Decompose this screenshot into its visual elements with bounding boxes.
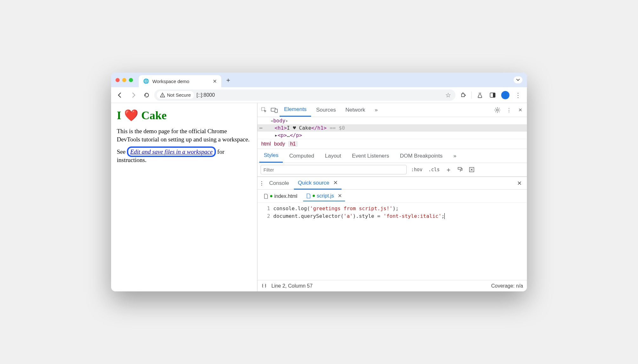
tab-quick-source[interactable]: Quick source ✕ (294, 177, 342, 190)
back-button[interactable] (114, 89, 126, 101)
code-content: console.log('greetings from script.js!')… (273, 203, 448, 280)
tab-event-listeners[interactable]: Event Listeners (348, 150, 394, 162)
devtools-tabbar: Elements Sources Network » ⋮ ✕ (257, 103, 527, 117)
cursor-position: Line 2, Column 57 (271, 283, 313, 289)
toolbar-icons: 👤 ⋮ (457, 89, 524, 101)
page-paragraph-2: See Edit and save files in a workspace f… (117, 148, 251, 164)
close-tab-icon[interactable]: ✕ (333, 180, 338, 186)
dom-node-selected[interactable]: <h1>I ♥ Cake</h1> == $0 (257, 124, 527, 132)
tab-label: Quick source (298, 180, 329, 186)
line-gutter: 12 (257, 203, 273, 280)
statusbar: Line 2, Column 57 Coverage: n/a (257, 280, 527, 291)
browser-tab[interactable]: 🌐 Workspace demo ✕ (139, 75, 221, 87)
dom-node[interactable]: ▸<p>…</p> (257, 132, 527, 139)
file-tab-script[interactable]: script.js ✕ (303, 191, 345, 201)
file-tab-index[interactable]: index.html (261, 192, 301, 201)
globe-icon: 🌐 (143, 78, 149, 84)
close-window-button[interactable] (116, 78, 120, 82)
close-tab-icon[interactable]: ✕ (213, 78, 217, 84)
svg-rect-3 (493, 93, 495, 97)
tab-network[interactable]: Network (341, 104, 369, 116)
tab-computed[interactable]: Computed (285, 150, 318, 162)
minimize-window-button[interactable] (122, 78, 126, 82)
coverage-status: Coverage: n/a (491, 283, 523, 289)
tutorial-link[interactable]: Edit and save files in a workspace (130, 148, 213, 155)
page-viewport: I ❤️ Cake This is the demo page for the … (111, 103, 257, 291)
styles-toolbar: :hov .cls ＋ (257, 163, 527, 177)
new-tab-button[interactable]: ＋ (224, 75, 233, 84)
divider (471, 92, 472, 99)
tab-search-button[interactable] (514, 76, 522, 83)
styles-tabbar: Styles Computed Layout Event Listeners D… (257, 149, 527, 163)
hov-toggle[interactable]: :hov (410, 167, 424, 172)
bookmark-star-icon[interactable]: ☆ (445, 91, 453, 99)
tab-dom-breakpoints[interactable]: DOM Breakpoints (395, 150, 447, 162)
close-file-icon[interactable]: ✕ (338, 193, 342, 199)
reload-button[interactable] (141, 89, 152, 101)
file-name: index.html (274, 193, 297, 199)
paint-icon[interactable] (456, 167, 464, 172)
gear-icon[interactable] (493, 105, 502, 115)
titlebar: 🌐 Workspace demo ✕ ＋ (111, 73, 527, 87)
crumb-body[interactable]: body (274, 141, 285, 147)
profile-avatar[interactable]: 👤 (500, 89, 511, 101)
content-area: I ❤️ Cake This is the demo page for the … (111, 103, 527, 291)
address-text: [::]:8000 (196, 92, 215, 98)
page-paragraph-1: This is the demo page for the official C… (117, 127, 251, 143)
device-toolbar-icon[interactable] (269, 105, 279, 115)
warning-icon (160, 93, 165, 98)
close-drawer-icon[interactable]: ✕ (514, 180, 525, 187)
svg-point-1 (162, 96, 163, 97)
drawer-menu-icon[interactable]: ⋮ (259, 180, 264, 186)
svg-rect-8 (458, 167, 461, 169)
crumb-h1[interactable]: h1 (288, 141, 298, 147)
tab-sources[interactable]: Sources (312, 104, 340, 116)
security-label: Not Secure (167, 92, 191, 98)
close-devtools-icon[interactable]: ✕ (515, 105, 525, 115)
drawer-tabbar: ⋮ Console Quick source ✕ ✕ (257, 177, 527, 190)
svg-rect-6 (275, 109, 277, 113)
cls-toggle[interactable]: .cls (427, 167, 441, 172)
maximize-window-button[interactable] (129, 78, 133, 82)
side-panel-icon[interactable] (487, 89, 498, 101)
page-heading: I ❤️ Cake (117, 109, 251, 122)
link-highlight: Edit and save files in a workspace (127, 146, 216, 157)
window-controls (116, 78, 133, 82)
address-bar[interactable]: Not Secure [::]:8000 ☆ (154, 89, 455, 101)
elements-dom-tree[interactable]: ◂body▸ <h1>I ♥ Cake</h1> == $0 ▸<p>…</p> (257, 117, 527, 139)
chrome-menu-icon[interactable]: ⋮ (512, 89, 524, 101)
extensions-icon[interactable] (457, 89, 469, 101)
text-fragment: See (117, 148, 127, 155)
more-tabs-icon[interactable]: » (370, 104, 382, 116)
styles-filter-input[interactable] (261, 165, 407, 174)
tab-styles[interactable]: Styles (259, 149, 283, 163)
security-chip[interactable]: Not Secure (157, 91, 194, 99)
devtools-panel: Elements Sources Network » ⋮ ✕ ◂body▸ <h… (257, 103, 527, 291)
modified-dot-icon (270, 195, 272, 197)
inspect-element-icon[interactable] (259, 105, 269, 115)
tab-layout[interactable]: Layout (321, 150, 346, 162)
selected-marker: == $0 (327, 125, 345, 131)
dom-node[interactable]: ◂body▸ (257, 117, 527, 124)
forward-button[interactable] (128, 89, 139, 101)
svg-point-7 (496, 109, 498, 111)
tag-open: <h1> (275, 125, 287, 131)
dom-text: I ♥ Cake (287, 125, 311, 131)
tab-console[interactable]: Console (265, 178, 293, 189)
toolbar: Not Secure [::]:8000 ☆ 👤 ⋮ (111, 87, 527, 103)
breadcrumb: html body h1 (257, 139, 527, 149)
crumb-html[interactable]: html (261, 141, 271, 147)
devtools-drawer: ⋮ Console Quick source ✕ ✕ index.html (257, 177, 527, 291)
tab-title: Workspace demo (152, 79, 189, 84)
more-styles-tabs-icon[interactable]: » (449, 150, 461, 162)
labs-icon[interactable] (474, 89, 486, 101)
modified-dot-icon (313, 195, 315, 197)
tab-elements[interactable]: Elements (280, 103, 311, 117)
pretty-print-icon[interactable] (261, 283, 267, 289)
code-editor[interactable]: 12 console.log('greetings from script.js… (257, 203, 527, 280)
tag-close: </h1> (311, 125, 327, 131)
kebab-menu-icon[interactable]: ⋮ (504, 105, 514, 115)
flex-icon[interactable] (468, 167, 476, 172)
new-style-rule-icon[interactable]: ＋ (444, 166, 453, 174)
file-name: script.js (317, 193, 334, 199)
